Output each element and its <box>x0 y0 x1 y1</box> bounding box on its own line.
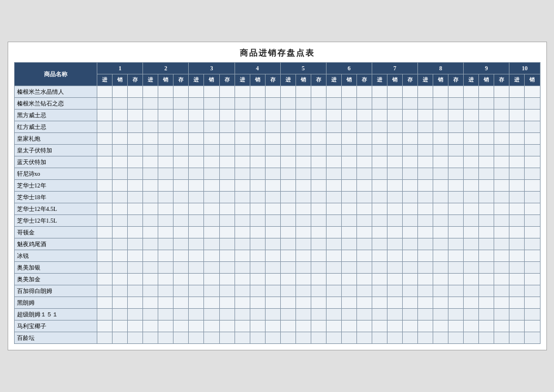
data-cell[interactable] <box>448 285 464 297</box>
data-cell[interactable] <box>448 238 464 250</box>
data-cell[interactable] <box>418 203 433 215</box>
data-cell[interactable] <box>509 274 525 285</box>
data-cell[interactable] <box>113 133 128 145</box>
data-cell[interactable] <box>265 180 280 192</box>
data-cell[interactable] <box>158 192 174 203</box>
data-cell[interactable] <box>448 86 464 98</box>
data-cell[interactable] <box>433 145 448 156</box>
data-cell[interactable] <box>234 262 250 274</box>
data-cell[interactable] <box>143 180 158 192</box>
data-cell[interactable] <box>341 321 356 332</box>
data-cell[interactable] <box>189 250 204 262</box>
data-cell[interactable] <box>494 250 509 262</box>
data-cell[interactable] <box>97 121 113 133</box>
data-cell[interactable] <box>509 168 525 180</box>
data-cell[interactable] <box>113 227 128 238</box>
data-cell[interactable] <box>97 203 113 215</box>
data-cell[interactable] <box>326 215 341 227</box>
data-cell[interactable] <box>326 203 341 215</box>
data-cell[interactable] <box>158 203 174 215</box>
data-cell[interactable] <box>204 332 219 344</box>
data-cell[interactable] <box>372 285 387 297</box>
data-cell[interactable] <box>265 121 280 133</box>
data-cell[interactable] <box>388 156 403 168</box>
data-cell[interactable] <box>280 110 295 121</box>
data-cell[interactable] <box>479 133 494 145</box>
data-cell[interactable] <box>494 156 509 168</box>
data-cell[interactable] <box>479 110 494 121</box>
data-cell[interactable] <box>250 133 265 145</box>
data-cell[interactable] <box>448 133 464 145</box>
data-cell[interactable] <box>250 121 265 133</box>
data-cell[interactable] <box>341 215 356 227</box>
data-cell[interactable] <box>356 133 372 145</box>
data-cell[interactable] <box>280 156 295 168</box>
data-cell[interactable] <box>418 180 433 192</box>
data-cell[interactable] <box>174 227 189 238</box>
data-cell[interactable] <box>128 98 143 110</box>
data-cell[interactable] <box>372 145 387 156</box>
data-cell[interactable] <box>113 145 128 156</box>
data-cell[interactable] <box>311 274 326 285</box>
data-cell[interactable] <box>204 297 219 309</box>
data-cell[interactable] <box>189 156 204 168</box>
data-cell[interactable] <box>525 121 540 133</box>
data-cell[interactable] <box>356 262 372 274</box>
data-cell[interactable] <box>250 238 265 250</box>
data-cell[interactable] <box>311 133 326 145</box>
data-cell[interactable] <box>509 262 525 274</box>
data-cell[interactable] <box>479 227 494 238</box>
data-cell[interactable] <box>433 98 448 110</box>
data-cell[interactable] <box>479 321 494 332</box>
data-cell[interactable] <box>509 110 525 121</box>
data-cell[interactable] <box>388 238 403 250</box>
data-cell[interactable] <box>143 332 158 344</box>
data-cell[interactable] <box>479 98 494 110</box>
data-cell[interactable] <box>372 168 387 180</box>
data-cell[interactable] <box>219 238 234 250</box>
data-cell[interactable] <box>525 168 540 180</box>
data-cell[interactable] <box>265 203 280 215</box>
data-cell[interactable] <box>464 156 479 168</box>
data-cell[interactable] <box>356 250 372 262</box>
data-cell[interactable] <box>448 262 464 274</box>
data-cell[interactable] <box>295 192 311 203</box>
data-cell[interactable] <box>97 285 113 297</box>
data-cell[interactable] <box>509 250 525 262</box>
data-cell[interactable] <box>388 203 403 215</box>
data-cell[interactable] <box>97 250 113 262</box>
data-cell[interactable] <box>494 168 509 180</box>
data-cell[interactable] <box>234 227 250 238</box>
data-cell[interactable] <box>448 156 464 168</box>
data-cell[interactable] <box>479 145 494 156</box>
data-cell[interactable] <box>234 86 250 98</box>
data-cell[interactable] <box>265 145 280 156</box>
data-cell[interactable] <box>204 98 219 110</box>
data-cell[interactable] <box>356 98 372 110</box>
data-cell[interactable] <box>433 168 448 180</box>
data-cell[interactable] <box>464 227 479 238</box>
data-cell[interactable] <box>250 321 265 332</box>
data-cell[interactable] <box>525 332 540 344</box>
data-cell[interactable] <box>464 203 479 215</box>
data-cell[interactable] <box>189 145 204 156</box>
data-cell[interactable] <box>189 192 204 203</box>
data-cell[interactable] <box>204 180 219 192</box>
data-cell[interactable] <box>341 262 356 274</box>
data-cell[interactable] <box>388 215 403 227</box>
data-cell[interactable] <box>356 332 372 344</box>
data-cell[interactable] <box>204 321 219 332</box>
data-cell[interactable] <box>295 86 311 98</box>
data-cell[interactable] <box>479 121 494 133</box>
data-cell[interactable] <box>479 192 494 203</box>
data-cell[interactable] <box>219 145 234 156</box>
data-cell[interactable] <box>174 110 189 121</box>
data-cell[interactable] <box>403 332 418 344</box>
data-cell[interactable] <box>403 274 418 285</box>
data-cell[interactable] <box>128 250 143 262</box>
data-cell[interactable] <box>479 238 494 250</box>
data-cell[interactable] <box>174 192 189 203</box>
data-cell[interactable] <box>356 274 372 285</box>
data-cell[interactable] <box>158 321 174 332</box>
data-cell[interactable] <box>219 309 234 321</box>
